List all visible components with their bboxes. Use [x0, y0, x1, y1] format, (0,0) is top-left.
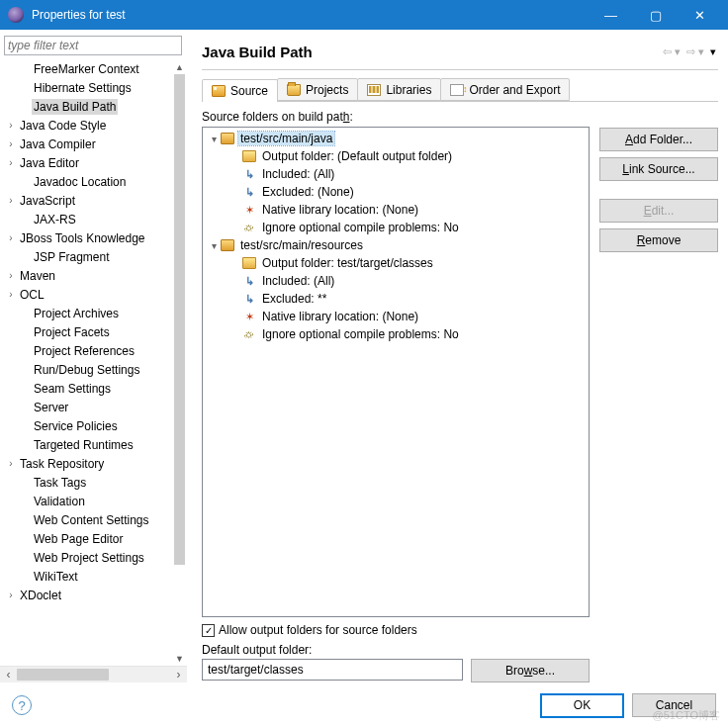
category-item[interactable]: ›Java Compiler — [0, 135, 187, 153]
category-item[interactable]: Validation — [0, 492, 187, 510]
maximize-button[interactable]: ▢ — [633, 0, 678, 30]
category-item[interactable]: Task Tags — [0, 473, 187, 492]
nav-toolbar: ⇦ ▾ ⇨ ▾ ▾ — [661, 45, 718, 58]
tab-libraries[interactable]: Libraries — [357, 78, 441, 101]
source-tree-node[interactable]: ▾test/src/main/java — [203, 130, 589, 147]
expand-icon[interactable]: › — [4, 157, 18, 168]
expand-icon[interactable]: ▾ — [207, 134, 221, 144]
category-item[interactable]: ›XDoclet — [0, 586, 187, 604]
source-tree-node[interactable]: Included: (All) — [203, 272, 589, 290]
category-item[interactable]: Service Policies — [0, 416, 187, 435]
order-icon — [450, 84, 464, 96]
source-tree-node[interactable]: Ignore optional compile problems: No — [203, 219, 589, 236]
expand-icon[interactable]: › — [4, 120, 18, 131]
ok-button[interactable]: OK — [540, 693, 624, 718]
category-item[interactable]: JAX-RS — [0, 210, 187, 228]
app-icon — [8, 7, 24, 23]
expand-icon[interactable]: › — [4, 270, 18, 281]
default-output-input[interactable] — [202, 659, 463, 681]
source-tree-node[interactable]: Excluded: ** — [203, 290, 589, 308]
category-item[interactable]: WikiText — [0, 567, 187, 586]
category-item[interactable]: Server — [0, 398, 187, 416]
window-title: Properties for test — [32, 8, 589, 22]
category-item[interactable]: Web Project Settings — [0, 548, 187, 567]
allow-output-label: Allow output folders for source folders — [219, 623, 417, 637]
folder-icon — [242, 150, 256, 162]
projects-icon — [287, 84, 301, 96]
link-source-button[interactable]: Link Source... — [599, 157, 718, 181]
category-item[interactable]: ›JBoss Tools Knowledge — [0, 228, 187, 247]
category-tree[interactable]: FreeMarker ContextHibernate SettingsJava… — [0, 59, 187, 666]
scrollbar-vertical[interactable]: ▲ ▼ — [172, 59, 187, 666]
arrow-icon — [242, 186, 256, 198]
expand-icon[interactable]: › — [4, 232, 18, 243]
source-icon — [212, 85, 226, 97]
category-item[interactable]: FreeMarker Context — [0, 59, 187, 78]
close-button[interactable]: ✕ — [678, 0, 722, 30]
check-icon: ✓ — [202, 624, 215, 637]
folder-icon — [242, 257, 256, 269]
category-item[interactable]: Run/Debug Settings — [0, 360, 187, 379]
tab-order[interactable]: Order and Export — [440, 78, 570, 101]
category-item[interactable]: Targeted Runtimes — [0, 435, 187, 454]
source-tree-node[interactable]: Output folder: test/target/classes — [203, 254, 589, 272]
expand-icon[interactable]: › — [4, 138, 18, 149]
source-folders-tree[interactable]: ▾test/src/main/javaOutput folder: (Defau… — [202, 127, 590, 617]
category-item[interactable]: Hibernate Settings — [0, 78, 187, 97]
arrow-icon — [242, 168, 256, 180]
dialog-button-bar: ? OK Cancel — [0, 682, 728, 727]
category-item[interactable]: JSP Fragment — [0, 247, 187, 266]
source-tree-node[interactable]: Native library location: (None) — [203, 308, 589, 325]
back-icon[interactable]: ⇦ ▾ — [661, 45, 682, 58]
source-tree-node[interactable]: Ignore optional compile problems: No — [203, 325, 589, 343]
category-item[interactable]: ›Task Repository — [0, 454, 187, 473]
help-button[interactable]: ? — [12, 695, 32, 715]
category-item[interactable]: Web Content Settings — [0, 510, 187, 529]
category-item[interactable]: Project References — [0, 341, 187, 360]
category-item[interactable]: Web Page Editor — [0, 529, 187, 548]
category-item[interactable]: ›Java Editor — [0, 153, 187, 172]
gear-icon — [242, 204, 256, 216]
category-item[interactable]: ›Maven — [0, 266, 187, 285]
category-panel: FreeMarker ContextHibernate SettingsJava… — [0, 30, 188, 682]
edit-button[interactable]: Edit... — [599, 199, 718, 223]
pkg-icon — [221, 239, 234, 251]
expand-icon[interactable]: › — [4, 289, 18, 300]
content-panel: Java Build Path ⇦ ▾ ⇨ ▾ ▾ SourceProjects… — [188, 30, 728, 682]
default-output-label: Default output folder: — [202, 641, 590, 659]
category-item[interactable]: Javadoc Location — [0, 172, 187, 191]
source-tree-node[interactable]: Native library location: (None) — [203, 201, 589, 219]
tab-projects[interactable]: Projects — [277, 78, 358, 101]
category-item[interactable]: ›OCL — [0, 285, 187, 304]
source-tree-node[interactable]: Excluded: (None) — [203, 183, 589, 201]
remove-button[interactable]: Remove — [599, 228, 718, 252]
tab-source[interactable]: Source — [202, 79, 278, 102]
source-tree-node[interactable]: Included: (All) — [203, 165, 589, 183]
category-item[interactable]: Project Facets — [0, 322, 187, 341]
source-tree-node[interactable]: Output folder: (Default output folder) — [203, 147, 589, 165]
expand-icon[interactable]: › — [4, 458, 18, 469]
ignore-icon — [242, 222, 256, 233]
category-item[interactable]: Seam Settings — [0, 379, 187, 398]
add-folder-button[interactable]: Add Folder... — [599, 128, 718, 151]
gear-icon — [242, 311, 256, 322]
browse-button[interactable]: Browse... — [471, 659, 590, 682]
allow-output-checkbox[interactable]: ✓ Allow output folders for source folder… — [202, 617, 590, 641]
titlebar: Properties for test — ▢ ✕ — [0, 0, 728, 30]
scrollbar-horizontal[interactable]: ‹› — [0, 666, 187, 682]
category-item[interactable]: Java Build Path — [0, 97, 187, 116]
filter-input[interactable] — [4, 36, 182, 55]
arrow-icon — [242, 293, 256, 305]
category-item[interactable]: ›Java Code Style — [0, 116, 187, 135]
category-item[interactable]: Project Archives — [0, 304, 187, 322]
expand-icon[interactable]: › — [4, 195, 18, 206]
source-tree-node[interactable]: ▾test/src/main/resources — [203, 236, 589, 254]
expand-icon[interactable]: › — [4, 590, 18, 600]
expand-icon[interactable]: ▾ — [207, 240, 221, 251]
minimize-button[interactable]: — — [589, 0, 633, 30]
menu-icon[interactable]: ▾ — [708, 45, 718, 58]
forward-icon[interactable]: ⇨ ▾ — [684, 45, 706, 58]
libraries-icon — [367, 84, 381, 96]
category-item[interactable]: ›JavaScript — [0, 191, 187, 210]
arrow-icon — [242, 275, 256, 287]
